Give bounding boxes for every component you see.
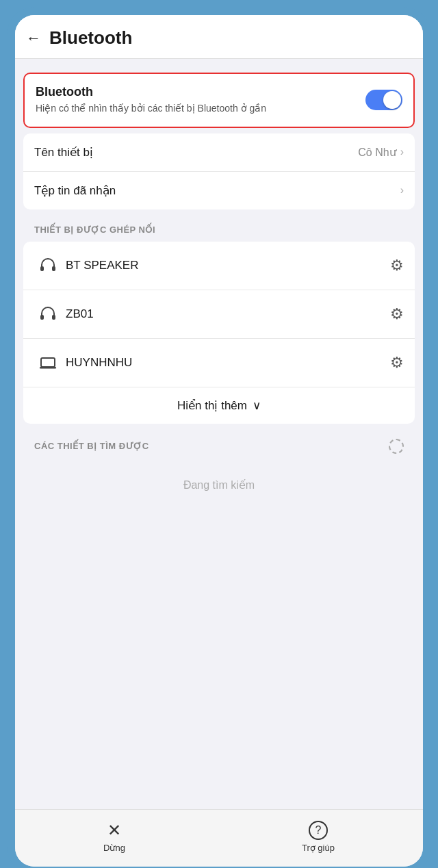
headphone-icon-bt-speaker	[34, 252, 62, 279]
found-section-header: CÁC THIẾT BỊ TÌM ĐƯỢC	[34, 441, 149, 451]
bluetooth-toggle-switch[interactable]	[365, 90, 402, 110]
svg-rect-5	[40, 367, 56, 369]
device-name-zb01: ZB01	[66, 307, 390, 321]
help-button[interactable]: ? Trợ giúp	[281, 818, 355, 856]
svg-rect-3	[52, 315, 55, 320]
device-name-bt-speaker: BT SPEAKER	[66, 259, 390, 272]
back-button[interactable]: ←	[26, 31, 41, 46]
bluetooth-toggle-text: Bluetooth Hiện có thể nhìn thấy bởi các …	[36, 85, 357, 116]
show-more-label: Hiển thị thêm	[177, 398, 247, 413]
gear-icon-bt-speaker[interactable]: ⚙	[390, 257, 404, 275]
show-more-button[interactable]: Hiển thị thêm ∨	[23, 387, 415, 424]
chevron-down-icon: ∨	[253, 398, 261, 413]
settings-list-section: Tên thiết bị Cô Như › Tệp tin đã nhận ›	[23, 133, 415, 209]
stop-icon: ✕	[107, 821, 121, 840]
gear-icon-zb01[interactable]: ⚙	[390, 305, 404, 323]
bluetooth-toggle-title: Bluetooth	[36, 85, 357, 99]
received-files-chevron: ›	[400, 184, 404, 196]
scanning-spinner-icon	[389, 439, 404, 454]
header: ← Bluetooth	[15, 15, 423, 59]
page-title: Bluetooth	[49, 27, 132, 49]
bluetooth-toggle-section[interactable]: Bluetooth Hiện có thể nhìn thấy bởi các …	[23, 73, 415, 128]
help-label: Trợ giúp	[302, 843, 335, 853]
svg-rect-0	[40, 266, 44, 271]
device-item-huynhnhu[interactable]: HUYNHNHU ⚙	[23, 338, 415, 387]
screen: ← Bluetooth Bluetooth Hiện có thể nhìn t…	[15, 15, 423, 867]
chevron-right-icon-2: ›	[400, 184, 404, 196]
toggle-knob	[383, 91, 401, 109]
chevron-right-icon: ›	[400, 146, 404, 158]
help-icon: ?	[309, 821, 328, 840]
device-name-value: Cô Như ›	[358, 146, 404, 159]
content-area: Bluetooth Hiện có thể nhìn thấy bởi các …	[15, 59, 423, 809]
received-files-label: Tệp tin đã nhận	[34, 183, 116, 198]
received-files-item[interactable]: Tệp tin đã nhận ›	[23, 171, 415, 209]
bottom-bar: ✕ Dừng ? Trợ giúp	[15, 809, 423, 867]
stop-label: Dừng	[103, 843, 125, 853]
device-name-item[interactable]: Tên thiết bị Cô Như ›	[23, 133, 415, 171]
svg-rect-4	[41, 358, 55, 367]
headphone-icon-zb01	[34, 301, 62, 328]
laptop-icon-huynhnhu	[34, 349, 62, 376]
svg-rect-1	[52, 266, 55, 271]
svg-rect-2	[40, 315, 44, 320]
phone-frame: ← Bluetooth Bluetooth Hiện có thể nhìn t…	[7, 7, 431, 868]
device-name-label: Tên thiết bị	[34, 145, 93, 159]
device-item-bt-speaker[interactable]: BT SPEAKER ⚙	[23, 242, 415, 290]
device-name-huynhnhu: HUYNHNHU	[66, 356, 390, 370]
searching-text: Đang tìm kiếm	[15, 458, 423, 512]
bluetooth-toggle-description: Hiện có thể nhìn thấy bởi các thiết bị B…	[36, 102, 357, 116]
stop-button[interactable]: ✕ Dừng	[83, 818, 146, 856]
gear-icon-huynhnhu[interactable]: ⚙	[390, 354, 404, 372]
found-section-header-row: CÁC THIẾT BỊ TÌM ĐƯỢC	[15, 429, 423, 458]
paired-devices-section: BT SPEAKER ⚙ ZB01 ⚙	[23, 242, 415, 424]
device-item-zb01[interactable]: ZB01 ⚙	[23, 290, 415, 338]
paired-section-header: THIẾT BỊ ĐƯỢC GHÉP NỐI	[15, 215, 423, 239]
